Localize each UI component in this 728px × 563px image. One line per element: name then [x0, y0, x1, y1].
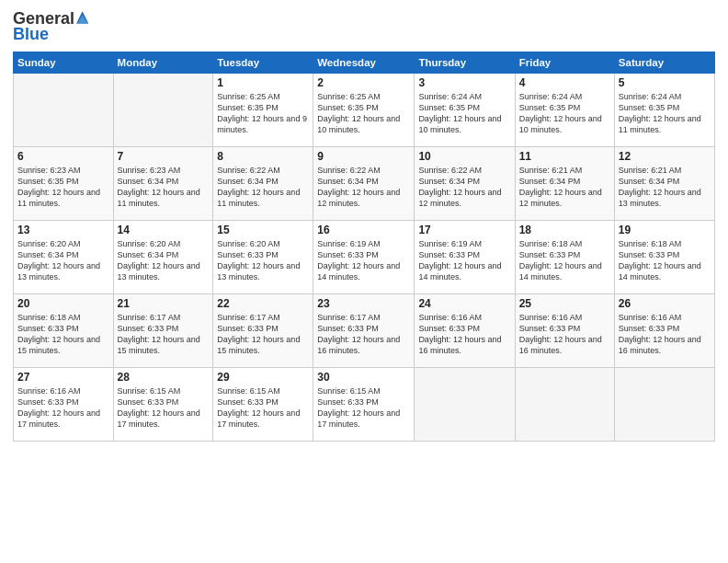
weekday-header-wednesday: Wednesday [313, 52, 415, 74]
calendar-cell [614, 368, 714, 442]
day-info: Sunrise: 6:18 AM Sunset: 6:33 PM Dayligh… [519, 238, 610, 283]
day-number: 15 [217, 224, 309, 236]
calendar-week-3: 13Sunrise: 6:20 AM Sunset: 6:34 PM Dayli… [14, 221, 715, 294]
day-number: 20 [17, 297, 109, 310]
day-info: Sunrise: 6:16 AM Sunset: 6:33 PM Dayligh… [17, 385, 109, 431]
calendar-cell: 14Sunrise: 6:20 AM Sunset: 6:34 PM Dayli… [113, 221, 213, 294]
day-number: 21 [118, 297, 210, 310]
day-number: 22 [217, 297, 309, 310]
calendar-cell: 26Sunrise: 6:16 AM Sunset: 6:33 PM Dayli… [614, 294, 714, 368]
day-number: 10 [418, 150, 510, 163]
calendar-cell: 22Sunrise: 6:17 AM Sunset: 6:33 PM Dayli… [213, 294, 313, 368]
day-info: Sunrise: 6:20 AM Sunset: 6:34 PM Dayligh… [17, 238, 109, 283]
day-info: Sunrise: 6:19 AM Sunset: 6:33 PM Dayligh… [418, 238, 510, 283]
calendar-cell: 5Sunrise: 6:24 AM Sunset: 6:35 PM Daylig… [614, 74, 714, 147]
calendar-cell: 29Sunrise: 6:15 AM Sunset: 6:33 PM Dayli… [213, 368, 313, 442]
logo-icon [76, 8, 95, 27]
weekday-header-thursday: Thursday [415, 52, 515, 74]
weekday-header-monday: Monday [113, 52, 213, 74]
day-number: 11 [519, 150, 610, 163]
calendar-table: SundayMondayTuesdayWednesdayThursdayFrid… [13, 52, 715, 442]
calendar-week-1: 1Sunrise: 6:25 AM Sunset: 6:35 PM Daylig… [14, 74, 715, 147]
day-info: Sunrise: 6:15 AM Sunset: 6:33 PM Dayligh… [217, 385, 309, 431]
calendar-cell: 9Sunrise: 6:22 AM Sunset: 6:34 PM Daylig… [313, 147, 415, 221]
day-number: 2 [317, 76, 410, 89]
weekday-header-saturday: Saturday [614, 52, 714, 74]
calendar-week-5: 27Sunrise: 6:16 AM Sunset: 6:33 PM Dayli… [14, 368, 715, 442]
calendar-cell: 13Sunrise: 6:20 AM Sunset: 6:34 PM Dayli… [14, 221, 114, 294]
day-info: Sunrise: 6:18 AM Sunset: 6:33 PM Dayligh… [619, 238, 711, 283]
day-info: Sunrise: 6:21 AM Sunset: 6:34 PM Dayligh… [619, 165, 711, 210]
day-number: 7 [118, 150, 210, 163]
day-info: Sunrise: 6:18 AM Sunset: 6:33 PM Dayligh… [17, 312, 109, 357]
day-info: Sunrise: 6:22 AM Sunset: 6:34 PM Dayligh… [317, 165, 410, 210]
logo: General Blue [13, 9, 95, 44]
day-number: 26 [619, 297, 711, 310]
day-info: Sunrise: 6:24 AM Sunset: 6:35 PM Dayligh… [519, 91, 610, 136]
calendar-cell: 25Sunrise: 6:16 AM Sunset: 6:33 PM Dayli… [515, 294, 614, 368]
day-info: Sunrise: 6:20 AM Sunset: 6:34 PM Dayligh… [118, 238, 210, 283]
calendar-cell: 23Sunrise: 6:17 AM Sunset: 6:33 PM Dayli… [313, 294, 415, 368]
day-info: Sunrise: 6:23 AM Sunset: 6:34 PM Dayligh… [118, 165, 210, 210]
day-number: 24 [418, 297, 510, 310]
calendar-cell: 18Sunrise: 6:18 AM Sunset: 6:33 PM Dayli… [515, 221, 614, 294]
page: General Blue SundayMondayTuesdayWednesda… [0, 0, 728, 563]
day-info: Sunrise: 6:17 AM Sunset: 6:33 PM Dayligh… [317, 312, 410, 357]
day-info: Sunrise: 6:16 AM Sunset: 6:33 PM Dayligh… [619, 312, 711, 357]
calendar-cell [113, 74, 213, 147]
day-number: 1 [217, 76, 309, 89]
day-number: 8 [217, 150, 309, 163]
day-number: 29 [217, 371, 309, 384]
day-info: Sunrise: 6:17 AM Sunset: 6:33 PM Dayligh… [217, 312, 309, 357]
day-number: 5 [619, 76, 711, 89]
day-number: 28 [118, 371, 210, 384]
day-number: 30 [317, 371, 410, 384]
weekday-header-row: SundayMondayTuesdayWednesdayThursdayFrid… [14, 52, 715, 74]
day-number: 25 [519, 297, 610, 310]
logo-blue-text: Blue [13, 25, 49, 44]
calendar-cell [515, 368, 614, 442]
day-info: Sunrise: 6:25 AM Sunset: 6:35 PM Dayligh… [317, 91, 410, 136]
day-info: Sunrise: 6:24 AM Sunset: 6:35 PM Dayligh… [619, 91, 711, 136]
weekday-header-friday: Friday [515, 52, 614, 74]
weekday-header-tuesday: Tuesday [213, 52, 313, 74]
calendar-cell: 6Sunrise: 6:23 AM Sunset: 6:35 PM Daylig… [14, 147, 114, 221]
calendar-cell: 21Sunrise: 6:17 AM Sunset: 6:33 PM Dayli… [113, 294, 213, 368]
calendar-cell: 19Sunrise: 6:18 AM Sunset: 6:33 PM Dayli… [614, 221, 714, 294]
calendar-cell: 7Sunrise: 6:23 AM Sunset: 6:34 PM Daylig… [113, 147, 213, 221]
day-number: 17 [418, 224, 510, 236]
calendar-cell: 2Sunrise: 6:25 AM Sunset: 6:35 PM Daylig… [313, 74, 415, 147]
calendar-cell: 1Sunrise: 6:25 AM Sunset: 6:35 PM Daylig… [213, 74, 313, 147]
day-number: 18 [519, 224, 610, 236]
day-info: Sunrise: 6:22 AM Sunset: 6:34 PM Dayligh… [217, 165, 309, 210]
calendar-cell: 3Sunrise: 6:24 AM Sunset: 6:35 PM Daylig… [415, 74, 515, 147]
day-number: 16 [317, 224, 410, 236]
day-number: 23 [317, 297, 410, 310]
day-info: Sunrise: 6:23 AM Sunset: 6:35 PM Dayligh… [17, 165, 109, 210]
day-info: Sunrise: 6:17 AM Sunset: 6:33 PM Dayligh… [118, 312, 210, 357]
calendar-cell: 10Sunrise: 6:22 AM Sunset: 6:34 PM Dayli… [415, 147, 515, 221]
day-info: Sunrise: 6:22 AM Sunset: 6:34 PM Dayligh… [418, 165, 510, 210]
day-info: Sunrise: 6:24 AM Sunset: 6:35 PM Dayligh… [418, 91, 510, 136]
calendar-cell: 20Sunrise: 6:18 AM Sunset: 6:33 PM Dayli… [14, 294, 114, 368]
day-info: Sunrise: 6:16 AM Sunset: 6:33 PM Dayligh… [519, 312, 610, 357]
calendar-week-2: 6Sunrise: 6:23 AM Sunset: 6:35 PM Daylig… [14, 147, 715, 221]
day-number: 3 [418, 76, 510, 89]
day-number: 6 [17, 150, 109, 163]
weekday-header-sunday: Sunday [14, 52, 114, 74]
calendar-cell: 15Sunrise: 6:20 AM Sunset: 6:33 PM Dayli… [213, 221, 313, 294]
calendar-cell [415, 368, 515, 442]
calendar-cell [14, 74, 114, 147]
logo-container: General Blue [13, 9, 95, 44]
day-number: 13 [17, 224, 109, 236]
calendar-cell: 8Sunrise: 6:22 AM Sunset: 6:34 PM Daylig… [213, 147, 313, 221]
calendar-cell: 12Sunrise: 6:21 AM Sunset: 6:34 PM Dayli… [614, 147, 714, 221]
calendar-cell: 4Sunrise: 6:24 AM Sunset: 6:35 PM Daylig… [515, 74, 614, 147]
day-info: Sunrise: 6:25 AM Sunset: 6:35 PM Dayligh… [217, 91, 309, 136]
day-number: 4 [519, 76, 610, 89]
day-number: 14 [118, 224, 210, 236]
calendar-week-4: 20Sunrise: 6:18 AM Sunset: 6:33 PM Dayli… [14, 294, 715, 368]
day-info: Sunrise: 6:15 AM Sunset: 6:33 PM Dayligh… [118, 385, 210, 431]
day-info: Sunrise: 6:19 AM Sunset: 6:33 PM Dayligh… [317, 238, 410, 283]
calendar-cell: 30Sunrise: 6:15 AM Sunset: 6:33 PM Dayli… [313, 368, 415, 442]
